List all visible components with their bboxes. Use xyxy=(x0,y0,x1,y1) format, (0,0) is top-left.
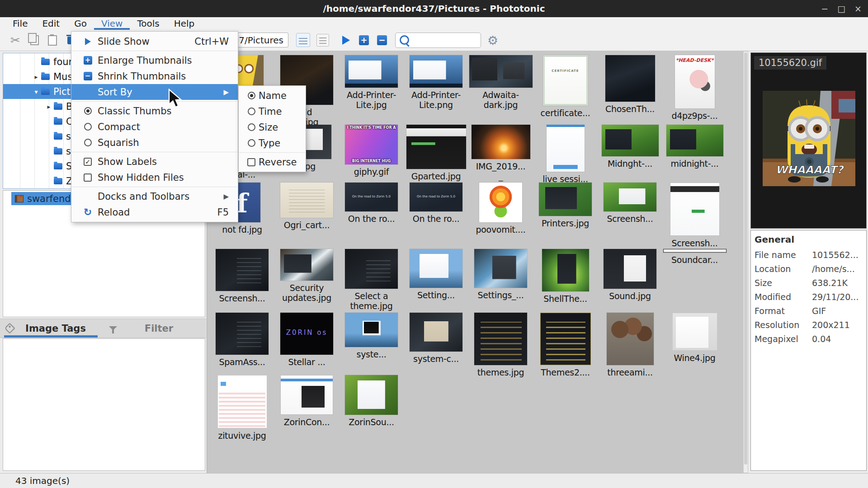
thumbnail-cell[interactable]: Screensh... xyxy=(598,183,662,224)
thumbnail-image[interactable] xyxy=(280,183,333,218)
thumbnail-image[interactable] xyxy=(605,55,655,102)
thumbnail-cell[interactable]: Wine4.jpg xyxy=(662,313,727,363)
menu-item-enlarge-thumbnails[interactable]: + Enlarge Thumbnails xyxy=(71,52,238,68)
menubar-item-view[interactable]: View xyxy=(94,17,130,30)
thumbnail-image[interactable]: I THINK IT'S TIME FOR ABIG INTERNET HUG xyxy=(345,125,398,164)
paste-button[interactable] xyxy=(46,30,59,51)
menu-item-docks-and-toolbars[interactable]: Docks and Toolbars ▶ xyxy=(71,188,238,204)
thumbnail-cell[interactable]: ShellThe... xyxy=(533,249,598,304)
thumbnail-image[interactable] xyxy=(280,375,333,415)
menubar-item-tools[interactable]: Tools xyxy=(130,17,166,30)
menu-item-show-labels[interactable]: ✓ Show Labels xyxy=(71,154,238,169)
thumbnail-image[interactable] xyxy=(410,55,462,88)
thumbnail-cell[interactable]: IMG_2019... _ xyxy=(468,125,533,181)
thumbnail-cell[interactable]: Midnght-... xyxy=(598,125,662,169)
menu-item-show-hidden-files[interactable]: Show Hidden Files xyxy=(71,169,238,185)
thumbnail-image[interactable] xyxy=(474,313,527,365)
thumbnail-cell[interactable]: Add-Printer- Lite.png xyxy=(404,55,468,110)
thumbnail-image[interactable] xyxy=(479,183,522,222)
thumbnail-image[interactable] xyxy=(345,375,398,415)
thumbnail-cell[interactable]: system-c... xyxy=(404,313,468,364)
thumbnail-cell[interactable]: themes.jpg xyxy=(468,313,533,378)
thumbnail-image[interactable] xyxy=(216,313,269,355)
thumbnail-cell[interactable]: syste... xyxy=(339,313,404,360)
thumbnail-image[interactable] xyxy=(474,249,527,288)
thumbnail-cell[interactable]: Soundcar... xyxy=(662,249,727,265)
copy-to-icon[interactable] xyxy=(316,34,329,47)
thumbnail-image[interactable] xyxy=(547,125,585,172)
cut-button[interactable]: ✂ xyxy=(9,30,22,51)
settings-button[interactable]: ⚙ xyxy=(487,30,498,51)
thumbnail-image[interactable] xyxy=(345,55,398,88)
thumbnail-image[interactable] xyxy=(670,183,720,236)
sort-option-size[interactable]: Size xyxy=(239,119,306,135)
sort-option-name[interactable]: Name xyxy=(239,88,306,103)
copy-button[interactable] xyxy=(28,30,41,51)
menu-item-squarish[interactable]: Squarish xyxy=(71,135,238,150)
menubar-item-edit[interactable]: Edit xyxy=(35,17,67,30)
thumbnail-cell[interactable]: ChosenTh... xyxy=(598,55,662,114)
thumbnail-cell[interactable]: Printers.jpg xyxy=(533,183,598,229)
thumbnail-image[interactable]: CERTIFICATE xyxy=(543,55,588,106)
thumbnail-cell[interactable]: poovomit.... xyxy=(468,183,533,235)
thumbnail-cell[interactable]: zituvive.jpg xyxy=(210,375,274,441)
thumbnail-image[interactable]: On the road to Zorin 5.0 xyxy=(345,183,398,211)
thumbnail-cell[interactable]: Screensh... xyxy=(210,249,274,304)
thumbnail-cell[interactable]: threeami... xyxy=(598,313,662,378)
tab-image-tags[interactable]: Image Tags xyxy=(0,319,103,338)
thumbnail-cell[interactable]: SpamAss... xyxy=(210,313,274,367)
menubar-item-go[interactable]: Go xyxy=(67,17,94,30)
thumbnail-cell[interactable]: Settings_... xyxy=(468,249,533,300)
thumbnail-image[interactable] xyxy=(216,249,269,291)
thumbnail-cell[interactable]: Themes2.... xyxy=(533,313,598,378)
menu-item-sort-by[interactable]: Sort By ▶ xyxy=(71,84,238,100)
thumbnail-image[interactable] xyxy=(469,55,533,88)
thumbnail-image[interactable]: *HEAD-DESK* xyxy=(675,55,715,108)
menubar-item-help[interactable]: Help xyxy=(167,17,202,30)
maximize-button[interactable]: □ xyxy=(837,5,845,13)
thumbnail-image[interactable] xyxy=(540,313,591,365)
details-view-icon[interactable] xyxy=(296,33,310,47)
thumbnail-cell[interactable]: Security updates.jpg xyxy=(274,249,339,303)
thumbnail-image[interactable] xyxy=(666,125,723,156)
thumbnail-cell[interactable]: midnight-... xyxy=(662,125,727,169)
tab-filter[interactable]: Filter xyxy=(103,319,206,338)
search-input[interactable] xyxy=(395,33,481,48)
thumbnail-cell[interactable]: Setting... xyxy=(404,249,468,300)
thumbnail-cell[interactable]: Adwaita- dark.jpg xyxy=(468,55,533,110)
thumbnail-image[interactable]: On the road to Zorin 5.0 xyxy=(410,183,462,211)
thumbnail-image[interactable] xyxy=(604,183,656,211)
thumbnail-cell[interactable]: *HEAD-DESK*d4pz9ps-... xyxy=(662,55,727,121)
thumbnail-image[interactable] xyxy=(663,249,726,253)
thumbnail-image[interactable]: Z0RIN os xyxy=(280,313,333,355)
sort-option-time[interactable]: Time xyxy=(239,103,306,119)
thumbnail-image[interactable] xyxy=(539,183,592,216)
thumbnail-cell[interactable]: Screensh... xyxy=(662,183,727,249)
scrollbar-handle[interactable] xyxy=(744,52,747,465)
grid-scrollbar[interactable] xyxy=(743,52,748,473)
thumbnail-image[interactable] xyxy=(280,249,333,281)
menu-item-shrink-thumbnails[interactable]: − Shrink Thumbnails xyxy=(71,68,238,84)
thumbnail-cell[interactable]: ZorinSou... xyxy=(339,375,404,427)
thumbnail-cell[interactable]: Select a theme.jpg xyxy=(339,249,404,311)
zoom-in-button[interactable]: + xyxy=(359,30,369,51)
thumbnail-cell[interactable]: Sound.jpg xyxy=(598,249,662,301)
thumbnail-cell[interactable]: Add-Printer- Lite.jpg xyxy=(339,55,404,110)
expander-icon[interactable]: ▸ xyxy=(44,103,54,110)
minimize-button[interactable]: − xyxy=(821,5,828,13)
sort-option-type[interactable]: Type xyxy=(239,135,306,151)
menu-item-reload[interactable]: ↻ Reload F5 xyxy=(71,204,238,220)
menubar-item-file[interactable]: File xyxy=(5,17,35,30)
menu-item-slide-show[interactable]: Slide Show Ctrl+W xyxy=(71,33,238,49)
thumbnail-image[interactable] xyxy=(672,313,717,351)
thumbnail-image[interactable] xyxy=(602,125,659,156)
menu-item-compact[interactable]: Compact xyxy=(71,119,238,135)
sort-option-reverse[interactable]: Reverse xyxy=(239,154,306,170)
zoom-out-button[interactable]: − xyxy=(377,30,387,51)
slideshow-button[interactable] xyxy=(340,30,351,51)
thumbnail-cell[interactable]: Ogri_cart... xyxy=(274,183,339,230)
thumbnail-cell[interactable]: On the road to Zorin 5.0On the ro... xyxy=(339,183,404,224)
thumbnail-image[interactable] xyxy=(345,313,398,347)
thumbnail-image[interactable] xyxy=(472,125,530,159)
thumbnail-cell[interactable]: CERTIFICATEcertificate... xyxy=(533,55,598,118)
